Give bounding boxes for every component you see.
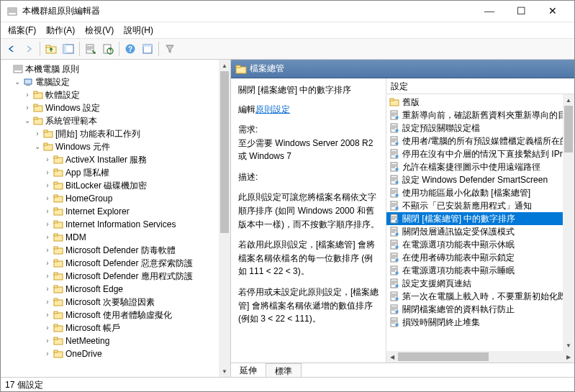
tree-item[interactable]: ›Microsoft 使用者體驗虛擬化 [2, 309, 217, 322]
label: 第一次在電腦上載入時，不要重新初始化既存 [402, 291, 574, 303]
tree-admin-templates[interactable]: ⌄系統管理範本 [2, 114, 217, 127]
tree-windows-components[interactable]: ⌄Windows 元件 [2, 140, 217, 153]
tree-item[interactable]: ›NetMeeting [2, 334, 217, 347]
svg-point-74 [395, 193, 398, 196]
menu-action[interactable]: 動作(A) [42, 23, 79, 38]
tree-scrollbar-vertical[interactable]: ▲ ▼ [219, 60, 230, 377]
label: Windows 設定 [45, 101, 100, 114]
edit-policy-link[interactable]: 原則設定 [255, 104, 290, 114]
list-item[interactable]: 使用者/電腦的所有預設媒體櫃定義檔所在的 [386, 135, 574, 147]
help-button[interactable]: ? [122, 41, 138, 57]
policy-icon [389, 149, 399, 159]
up-button[interactable] [43, 41, 59, 57]
list-item[interactable]: 損毀時關閉終止堆集 [386, 316, 574, 329]
tree-windows-settings[interactable]: ›Windows 設定 [2, 101, 217, 114]
tree-computer-config[interactable]: ⌄電腦設定 [2, 76, 217, 88]
tree-software-settings[interactable]: ›軟體設定 [2, 88, 217, 101]
description-panel: 關閉 [檔案總管] 中的數字排序 編輯原則設定 需求: 至少需要 Windows… [231, 78, 386, 363]
scroll-up-icon[interactable]: ▲ [219, 60, 230, 71]
svg-rect-26 [54, 156, 58, 158]
tab-extended[interactable]: 延伸 [231, 363, 266, 377]
menu-file[interactable]: 檔案(F) [4, 23, 40, 38]
tree[interactable]: 本機電腦 原則 ⌄電腦設定 ›軟體設定 ›Windows 設定 ⌄系統管理範本 … [1, 60, 219, 363]
svg-rect-38 [54, 234, 58, 236]
tree-item[interactable]: ›Internet Explorer [2, 205, 217, 218]
tab-strip: 延伸 標準 [231, 363, 574, 377]
list-item[interactable]: 舊版 [386, 96, 574, 109]
policy-icon [389, 110, 399, 120]
scroll-down-icon[interactable]: ▼ [219, 365, 230, 377]
list-scrollbar-vertical[interactable]: ▲ ▼ [563, 94, 574, 351]
edit-label: 編輯 [238, 104, 255, 114]
list-item[interactable]: 停用在沒有中介層的情況下直接繫結到 IPrope [386, 147, 574, 160]
scroll-up-icon[interactable]: ▲ [563, 94, 574, 106]
tab-standard[interactable]: 標準 [266, 363, 302, 377]
tree-item[interactable]: ›Microsoft 次要驗證因素 [2, 296, 217, 309]
list-item[interactable]: 在電源選項功能表中顯示休眠 [386, 238, 574, 251]
scroll-down-icon[interactable]: ▼ [563, 339, 574, 351]
scroll-left-icon[interactable]: ◀ [386, 351, 398, 363]
list-item[interactable]: 設定 Windows Defender SmartScreen [386, 173, 574, 186]
tree-item[interactable]: ›App 隱私權 [2, 166, 217, 179]
list-item[interactable]: 設定預設關聯設定檔 [386, 122, 574, 135]
tree-root[interactable]: 本機電腦 原則 [2, 63, 217, 76]
list-item[interactable]: 關閉 [檔案總管] 中的數字排序 [386, 212, 574, 225]
back-button[interactable] [4, 41, 19, 57]
tree-start-menu[interactable]: ›[開始] 功能表和工作列 [2, 127, 217, 140]
settings-list-panel: 設定 舊版重新導向前，確認新舊資料夾重新導向的目標設定預設關聯設定檔使用者/電腦… [386, 78, 574, 363]
svg-rect-44 [54, 273, 58, 275]
export-button[interactable] [83, 41, 99, 57]
tree-item[interactable]: ›Internet Information Services [2, 218, 217, 231]
list-item[interactable]: 在電源選項功能表中顯示睡眠 [386, 264, 574, 277]
requirements-body: 或 Windows 7 [238, 150, 380, 163]
menu-view[interactable]: 檢視(V) [81, 23, 118, 38]
list-item[interactable]: 使用功能區最小化啟動 [檔案總管] [386, 186, 574, 199]
label: 系統管理範本 [45, 114, 97, 127]
svg-point-66 [395, 142, 398, 145]
close-button[interactable]: ✕ [537, 1, 569, 22]
list-item[interactable]: 關閉殼層通訊協定受保護模式 [386, 225, 574, 238]
requirements-heading: 需求: [238, 123, 380, 137]
scroll-right-icon[interactable]: ▶ [563, 351, 574, 363]
svg-rect-34 [54, 208, 58, 210]
settings-column-header[interactable]: 設定 [386, 78, 574, 94]
maximize-button[interactable]: ☐ [505, 1, 537, 22]
tree-item[interactable]: ›Microsoft Defender 惡意探索防護 [2, 257, 217, 270]
tree-item[interactable]: ›BitLocker 磁碟機加密 [2, 179, 217, 192]
tree-item[interactable]: ›OneDrive [2, 347, 217, 360]
show-hide-tree-button[interactable] [60, 41, 76, 57]
minimize-button[interactable]: — [474, 1, 505, 22]
policy-title: 關閉 [檔案總管] 中的數字排序 [238, 84, 380, 96]
label: 關閉殼層通訊協定受保護模式 [402, 226, 515, 238]
list-item[interactable]: 重新導向前，確認新舊資料夾重新導向的目標 [386, 109, 574, 122]
list-item[interactable]: 在使用者磚功能表中顯示鎖定 [386, 251, 574, 264]
forward-button[interactable] [21, 41, 37, 57]
list-item[interactable]: 不顯示「已安裝新應用程式」通知 [386, 199, 574, 212]
label: Microsoft 次要驗證因素 [65, 296, 155, 309]
svg-rect-24 [44, 143, 47, 145]
tree-item[interactable]: ›Microsoft 帳戶 [2, 322, 217, 334]
properties-button[interactable] [140, 41, 155, 57]
tree-item[interactable]: ›HomeGroup [2, 192, 217, 205]
list-item[interactable]: 關閉檔案總管的資料執行防止 [386, 303, 574, 316]
svg-rect-58 [236, 65, 240, 68]
filter-button[interactable] [162, 41, 178, 57]
policy-icon [389, 162, 399, 172]
policy-icon [389, 201, 399, 211]
list-item[interactable]: 第一次在電腦上載入時，不要重新初始化既存 [386, 290, 574, 303]
tree-item[interactable]: ›Microsoft Edge [2, 283, 217, 296]
tree-item[interactable]: ›MDM [2, 231, 217, 244]
list-item[interactable]: 允許在檔案捷徑圖示中使用遠端路徑 [386, 160, 574, 173]
tree-item[interactable]: ›Microsoft Defender 應用程式防護 [2, 270, 217, 283]
tree-item[interactable]: ›Microsoft Defender 防毒軟體 [2, 244, 217, 257]
svg-point-90 [395, 297, 398, 300]
app-icon [6, 6, 18, 17]
list-scrollbar-horizontal[interactable]: ◀ ▶ [386, 351, 574, 363]
list-item[interactable]: 設定支援網頁連結 [386, 277, 574, 290]
svg-rect-40 [54, 247, 58, 249]
refresh-button[interactable] [100, 41, 116, 57]
description-heading: 描述: [238, 170, 380, 184]
settings-list[interactable]: 舊版重新導向前，確認新舊資料夾重新導向的目標設定預設關聯設定檔使用者/電腦的所有… [386, 94, 574, 330]
menu-help[interactable]: 說明(H) [119, 23, 158, 38]
tree-item[interactable]: ›ActiveX Installer 服務 [2, 153, 217, 166]
